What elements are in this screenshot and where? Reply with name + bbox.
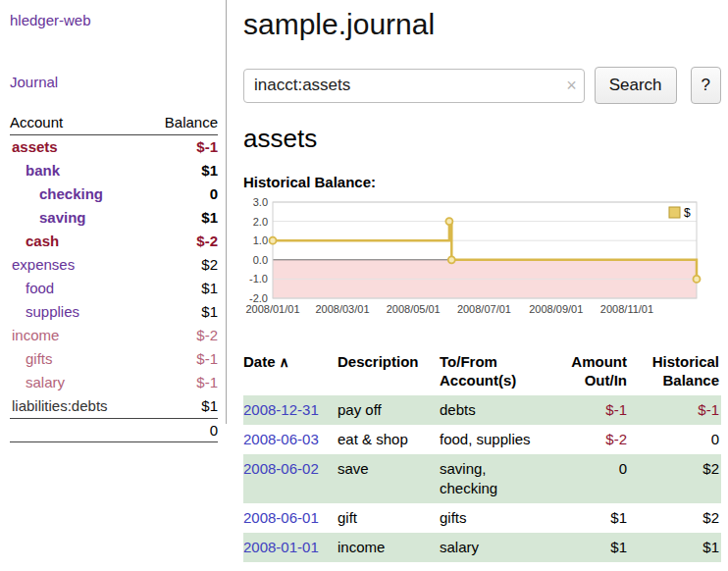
account-row: checking 0 (10, 182, 218, 206)
register-header-balance: Historical Balance (629, 348, 721, 395)
nav-journal-link[interactable]: Journal (10, 74, 218, 90)
transaction-amount: $-2 (551, 425, 629, 454)
transaction-amount: $1 (551, 533, 629, 562)
svg-text:0.0: 0.0 (253, 254, 268, 266)
account-balance: $2 (201, 253, 218, 277)
register-header-date[interactable]: Date∧ (243, 348, 338, 395)
account-balance: $-1 (196, 347, 218, 371)
chart-svg: 3.02.01.00.0-1.0-2.02008/01/012008/03/01… (243, 196, 712, 330)
transaction-balance: $1 (629, 533, 721, 562)
sort-ascending-icon: ∧ (280, 354, 289, 370)
transaction-amount: $-1 (551, 395, 629, 425)
account-balance: $-2 (196, 324, 218, 347)
accounts-header: Account Balance (10, 112, 218, 135)
transaction-accounts: saving, checking (440, 454, 551, 503)
transaction-accounts: salary (440, 533, 551, 562)
account-link-assets[interactable]: assets (10, 135, 58, 159)
account-link-food[interactable]: food (10, 277, 54, 300)
transaction-date-link[interactable]: 2008-06-03 (243, 431, 319, 447)
account-row: income $-2 (10, 324, 218, 347)
search-input[interactable] (243, 69, 585, 103)
sidebar: hledger-web Journal Account Balance asse… (0, 0, 227, 424)
svg-text:2008/03/01: 2008/03/01 (315, 303, 369, 315)
register-header-description: Description (338, 348, 440, 395)
account-balance: $-2 (196, 230, 218, 253)
transaction-balance: $2 (629, 454, 721, 503)
account-link-income[interactable]: income (10, 324, 59, 347)
register-header-amount: Amount Out/In (551, 348, 629, 395)
account-balance: $-1 (196, 135, 218, 159)
register-table: Date∧ Description To/From Account(s) Amo… (243, 348, 721, 562)
account-row: salary $-1 (10, 371, 218, 394)
account-link-saving[interactable]: saving (10, 206, 86, 230)
register-header-tofrom: To/From Account(s) (440, 348, 551, 395)
svg-text:2008/01/01: 2008/01/01 (245, 303, 299, 315)
account-balance: $1 (201, 300, 218, 324)
svg-text:2008/07/01: 2008/07/01 (457, 303, 511, 315)
svg-text:$: $ (684, 206, 691, 220)
accounts-total: 0 (210, 422, 218, 439)
transaction-description: pay off (338, 395, 440, 425)
svg-text:3.0: 3.0 (253, 196, 268, 208)
transaction-date-link[interactable]: 2008-06-02 (243, 460, 319, 477)
transaction-balance: $-1 (629, 395, 721, 425)
historical-balance-chart: 3.02.01.00.0-1.0-2.02008/01/012008/03/01… (243, 196, 721, 333)
account-row: expenses $2 (10, 253, 218, 277)
transaction-amount: 0 (551, 454, 629, 503)
search-button[interactable]: Search (595, 67, 677, 104)
account-link-expenses[interactable]: expenses (10, 253, 75, 277)
transaction-description: save (338, 454, 440, 503)
account-link-supplies[interactable]: supplies (10, 300, 79, 324)
account-row: cash $-2 (10, 230, 218, 253)
transaction-accounts: food, supplies (440, 425, 551, 454)
register-header-date-label: Date (243, 353, 276, 370)
account-row: assets $-1 (10, 135, 218, 159)
transaction-description: eat & shop (338, 425, 440, 454)
transaction-description: gift (338, 503, 440, 533)
account-link-cash[interactable]: cash (10, 230, 59, 253)
account-row: bank $1 (10, 159, 218, 182)
svg-text:-1.0: -1.0 (249, 273, 268, 285)
account-link-salary[interactable]: salary (10, 371, 65, 394)
transaction-date-link[interactable]: 2008-12-31 (243, 401, 319, 418)
transaction-description: income (338, 533, 440, 562)
account-balance: $1 (201, 277, 218, 300)
account-row: saving $1 (10, 206, 218, 230)
page-title: sample.journal (243, 8, 721, 41)
transaction-date-link[interactable]: 2008-06-01 (243, 509, 319, 526)
accounts-header-account: Account (10, 114, 63, 130)
account-balance: $-1 (196, 371, 218, 394)
svg-text:2008/11/01: 2008/11/01 (600, 303, 653, 315)
chart-label: Historical Balance: (243, 174, 721, 190)
register-row: 2008-06-03 eat & shop food, supplies $-2… (243, 425, 721, 454)
account-row: liabilities:debts $1 (10, 394, 218, 418)
transaction-accounts: gifts (440, 503, 551, 533)
app-brand-link[interactable]: hledger-web (10, 12, 218, 28)
account-row: food $1 (10, 277, 218, 300)
transaction-balance: 0 (629, 425, 721, 454)
register-row: 2008-01-01 income salary $1 $1 (243, 533, 721, 562)
account-row: gifts $-1 (10, 347, 218, 371)
transaction-date-link[interactable]: 2008-01-01 (243, 539, 319, 555)
register-row: 2008-06-01 gift gifts $1 $2 (243, 503, 721, 533)
svg-text:1.0: 1.0 (253, 234, 268, 246)
accounts-total-row: 0 (10, 418, 218, 442)
transaction-balance: $2 (629, 503, 721, 533)
register-row: 2008-06-02 save saving, checking 0 $2 (243, 454, 721, 503)
search-clear-icon[interactable]: × (566, 75, 577, 96)
svg-text:2.0: 2.0 (253, 216, 268, 228)
account-heading: assets (243, 124, 721, 154)
account-link-liabilities-debts[interactable]: liabilities:debts (10, 394, 108, 418)
account-link-bank[interactable]: bank (10, 159, 60, 182)
svg-text:2008/09/01: 2008/09/01 (529, 303, 583, 315)
account-balance: 0 (210, 182, 218, 206)
transaction-accounts: debts (440, 395, 551, 425)
register-row: 2008-12-31 pay off debts $-1 $-1 (243, 395, 721, 425)
help-button[interactable]: ? (691, 67, 721, 104)
account-balance: $1 (201, 206, 218, 230)
account-row: supplies $1 (10, 300, 218, 324)
svg-text:2008/05/01: 2008/05/01 (387, 303, 441, 315)
account-link-gifts[interactable]: gifts (10, 347, 53, 371)
transaction-amount: $1 (551, 503, 629, 533)
account-link-checking[interactable]: checking (10, 182, 103, 206)
